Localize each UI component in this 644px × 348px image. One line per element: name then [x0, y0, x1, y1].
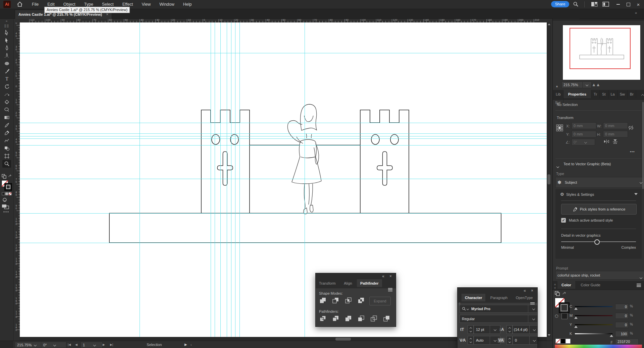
properties-scroll-up-icon[interactable]	[642, 92, 644, 98]
slider-track-c[interactable]	[575, 306, 612, 307]
tab-sw[interactable]: Sw	[618, 90, 628, 98]
x-field[interactable]: 0 mm	[572, 122, 596, 129]
navigator-zoom-field[interactable]: 215.75%	[561, 81, 584, 88]
shape-builder-tool[interactable]	[2, 144, 11, 152]
collapse-panels-icon[interactable]: »	[635, 11, 637, 15]
font-size-stepper[interactable]	[468, 325, 474, 334]
shape-mode-unite-icon[interactable]	[318, 297, 327, 304]
navigator-zoom-chevron[interactable]	[582, 81, 592, 88]
artboard-nav-prev-icon[interactable]: ◀	[74, 342, 79, 347]
color-spectrum-bar[interactable]	[555, 345, 642, 348]
slider-value-c[interactable]: 0	[615, 304, 629, 310]
share-button[interactable]: Share	[551, 1, 569, 7]
match-artboard-checkbox[interactable]: ✓	[561, 218, 566, 223]
curvature-tool[interactable]	[2, 52, 11, 60]
navigator-thumbnail[interactable]	[563, 25, 640, 80]
draw-mode-icon[interactable]	[3, 198, 6, 201]
artboard-nav-first-icon[interactable]: |◀	[66, 342, 72, 347]
shape-mode-intersect-icon[interactable]	[344, 297, 353, 304]
leading-stepper[interactable]	[506, 325, 513, 334]
tab-opentype[interactable]: OpenType	[513, 294, 536, 301]
knife-tool[interactable]	[2, 121, 11, 129]
slider-track-y[interactable]	[575, 324, 612, 325]
tracking-chevron[interactable]	[529, 336, 538, 345]
color-panel-menu-icon[interactable]	[637, 285, 641, 286]
flip-horizontal-icon[interactable]	[604, 139, 609, 145]
screen-mode-icon[interactable]	[2, 205, 9, 209]
pathfinder-divide-icon[interactable]	[318, 315, 327, 322]
y-field[interactable]: 0 mm	[572, 131, 596, 137]
direct-selection-tool[interactable]	[2, 37, 11, 44]
zoom-tool[interactable]	[2, 160, 11, 168]
artboard-nav-next-icon[interactable]: ▶	[101, 342, 106, 347]
character-panel-header[interactable]: « ×	[458, 288, 537, 294]
shape-mode-minus-front-icon[interactable]	[331, 297, 340, 304]
swatch-none[interactable]	[555, 339, 560, 344]
pathfinder-panel-header[interactable]: « ×	[316, 273, 396, 279]
minimize-button[interactable]	[613, 0, 623, 9]
tab-lib[interactable]: Lib	[553, 90, 564, 98]
gamut-cube-icon[interactable]: ⬡	[555, 314, 558, 318]
font-style-field[interactable]: Regular	[460, 315, 531, 323]
gamut-swatch[interactable]	[561, 313, 568, 319]
status-zoom-field[interactable]: 215.75%	[15, 342, 42, 348]
shaper-tool[interactable]	[2, 91, 11, 98]
artboard-number-field[interactable]: 1	[80, 342, 103, 348]
menu-help[interactable]: Help	[179, 0, 196, 9]
tab-color[interactable]: Color	[557, 281, 575, 289]
pathfinder-merge-icon[interactable]	[344, 315, 353, 322]
tower-window[interactable]	[371, 134, 379, 144]
slider-thumb-c[interactable]	[574, 307, 578, 310]
tab-paragraph[interactable]: Paragraph	[487, 294, 511, 301]
pathfinder-crop-icon[interactable]	[357, 315, 365, 322]
tab-st[interactable]: St	[600, 90, 608, 98]
scroll-up-icon[interactable]	[547, 22, 551, 26]
styles-collapse-icon[interactable]	[634, 193, 638, 195]
vertical-scrollbar[interactable]	[547, 22, 551, 337]
pathfinder-menu-icon[interactable]	[388, 289, 392, 290]
hex-field[interactable]: 231F20	[615, 339, 639, 345]
font-family-field[interactable]: Myriad Pro	[460, 305, 531, 313]
color-mode-buttons[interactable]	[2, 192, 11, 195]
zoom-in-mountain-icon[interactable]: ▲▲	[592, 81, 600, 88]
fill-stroke-mini-icon[interactable]	[555, 291, 568, 297]
menu-file[interactable]: File	[28, 0, 43, 9]
transform-more-options[interactable]: •••	[630, 150, 635, 154]
tower-window[interactable]	[390, 134, 398, 144]
blend-tool[interactable]	[2, 137, 11, 144]
flip-vertical-icon[interactable]	[612, 139, 618, 145]
artboard-tool[interactable]	[2, 152, 11, 160]
properties-scrollbar-thumb[interactable]	[642, 102, 644, 189]
styles-settings-header[interactable]: Styles & Settings	[566, 192, 594, 196]
status-expand-icon[interactable]: ‹	[191, 342, 192, 347]
stroke-color-swatch[interactable]	[5, 184, 11, 190]
font-style-chevron[interactable]	[528, 315, 538, 323]
tab-align[interactable]: Align	[340, 279, 355, 287]
menu-view[interactable]: View	[137, 0, 155, 9]
close-icon[interactable]: ×	[531, 288, 533, 293]
ttv-collapse-chevron[interactable]	[557, 163, 559, 169]
expand-button[interactable]: Expand	[369, 297, 391, 305]
font-family-chevron[interactable]	[528, 305, 538, 313]
paintbrush-tool[interactable]	[2, 67, 11, 75]
toolbar-collapse-icon[interactable]: »	[0, 19, 13, 23]
slider-value-m[interactable]: 0	[615, 313, 629, 319]
type-tool[interactable]: T	[2, 75, 11, 83]
slider-thumb-k[interactable]	[610, 335, 613, 337]
slider-thumb-y[interactable]	[574, 326, 578, 328]
annotate-tool[interactable]	[2, 106, 11, 114]
home-icon[interactable]	[17, 1, 23, 7]
character-menu-icon[interactable]	[530, 304, 535, 304]
swatch-white[interactable]	[566, 339, 571, 344]
slider-thumb-m[interactable]	[574, 316, 578, 319]
status-play-icon[interactable]: ▶	[184, 342, 187, 347]
stroke-swatch[interactable]	[559, 302, 570, 313]
edit-toolbar-icon[interactable]	[4, 212, 9, 213]
vertical-scroll-thumb[interactable]	[547, 174, 550, 184]
scroll-down-icon[interactable]	[547, 333, 551, 337]
pathfinder-outline-icon[interactable]	[369, 315, 378, 322]
rotation-field[interactable]: 0°	[572, 139, 595, 146]
collapse-icon[interactable]: «	[382, 274, 384, 279]
gradient-tool[interactable]	[2, 114, 11, 121]
h-field[interactable]: 0 mm	[603, 131, 628, 137]
